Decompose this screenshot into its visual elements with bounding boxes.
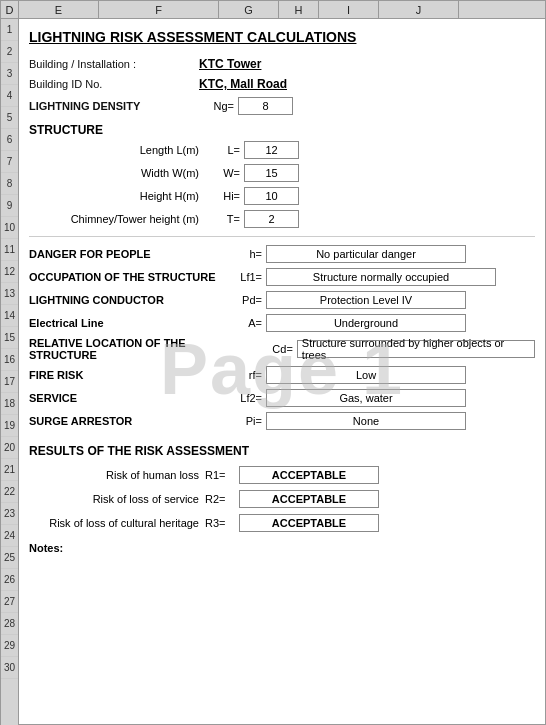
param-var-4: Cd=: [255, 343, 293, 355]
col-header-e: E: [19, 1, 99, 18]
row-num: 30: [1, 657, 18, 679]
col-header-row: D E F G H I J: [1, 1, 545, 19]
param-label-5: FIRE RISK: [29, 369, 224, 381]
param-label-7: SURGE ARRESTOR: [29, 415, 224, 427]
row-num: 25: [1, 547, 18, 569]
col-header-f: F: [99, 1, 219, 18]
param-input-3[interactable]: Underground: [266, 314, 466, 332]
result-row-2: Risk of loss of cultural heritageR3=ACCE…: [29, 514, 535, 532]
lightning-density-label: LIGHTNING DENSITY: [29, 100, 199, 112]
param-label-6: SERVICE: [29, 392, 224, 404]
param-var-1: Lf1=: [224, 271, 262, 283]
param-var-0: h=: [224, 248, 262, 260]
page-title: LIGHTNING RISK ASSESSMENT CALCULATIONS: [29, 29, 535, 45]
row-num: 29: [1, 635, 18, 657]
param-input-1[interactable]: Structure normally occupied: [266, 268, 496, 286]
row-num: 15: [1, 327, 18, 349]
chimney-input[interactable]: 2: [244, 210, 299, 228]
building-value: KTC Tower: [199, 57, 261, 71]
params-container: DANGER FOR PEOPLEh=No particular dangerO…: [29, 245, 535, 430]
param-label-4: RELATIVE LOCATION OF THE STRUCTURE: [29, 337, 255, 361]
result-row-0: Risk of human lossR1=ACCEPTABLE: [29, 466, 535, 484]
height-input[interactable]: 10: [244, 187, 299, 205]
length-var: L=: [205, 144, 240, 156]
row-num: 4: [1, 85, 18, 107]
param-row-5: FIRE RISKrf=Low: [29, 366, 535, 384]
col-header-h: H: [279, 1, 319, 18]
param-input-0[interactable]: No particular danger: [266, 245, 466, 263]
param-var-7: Pi=: [224, 415, 262, 427]
building-id-value: KTC, Mall Road: [199, 77, 287, 91]
param-input-2[interactable]: Protection Level IV: [266, 291, 466, 309]
row-num: 5: [1, 107, 18, 129]
param-label-2: LIGHTNING CONDUCTOR: [29, 294, 224, 306]
results-section: RESULTS OF THE RISK ASSESSMENT Risk of h…: [29, 444, 535, 532]
row-num: 13: [1, 283, 18, 305]
param-input-7[interactable]: None: [266, 412, 466, 430]
param-label-1: OCCUPATION OF THE STRUCTURE: [29, 271, 224, 283]
param-label-0: DANGER FOR PEOPLE: [29, 248, 224, 260]
height-row: Height H(m) Hi= 10: [29, 187, 535, 205]
result-row-1: Risk of loss of serviceR2=ACCEPTABLE: [29, 490, 535, 508]
length-input[interactable]: 12: [244, 141, 299, 159]
row-num: 23: [1, 503, 18, 525]
row-num: 11: [1, 239, 18, 261]
row-num: 1: [1, 19, 18, 41]
structure-title: STRUCTURE: [29, 123, 535, 137]
chimney-var: T=: [205, 213, 240, 225]
row-num: 12: [1, 261, 18, 283]
results-title: RESULTS OF THE RISK ASSESSMENT: [29, 444, 535, 458]
row-num: 19: [1, 415, 18, 437]
param-row-1: OCCUPATION OF THE STRUCTURELf1=Structure…: [29, 268, 535, 286]
main-content: Page 1 LIGHTNING RISK ASSESSMENT CALCULA…: [19, 19, 545, 725]
width-label: Width W(m): [69, 167, 199, 179]
divider-1: [29, 236, 535, 237]
building-row: Building / Installation : KTC Tower: [29, 57, 535, 71]
col-header-j: J: [379, 1, 459, 18]
chimney-label: Chimney/Tower height (m): [69, 213, 199, 225]
width-input[interactable]: 15: [244, 164, 299, 182]
param-row-3: Electrical LineA=Underground: [29, 314, 535, 332]
ng-input[interactable]: 8: [238, 97, 293, 115]
param-var-5: rf=: [224, 369, 262, 381]
result-var-0: R1=: [205, 469, 235, 481]
param-row-0: DANGER FOR PEOPLEh=No particular danger: [29, 245, 535, 263]
row-num: 17: [1, 371, 18, 393]
result-label-1: Risk of loss of service: [29, 493, 199, 505]
width-row: Width W(m) W= 15: [29, 164, 535, 182]
height-var: Hi=: [205, 190, 240, 202]
row-num: 27: [1, 591, 18, 613]
row-num: 6: [1, 129, 18, 151]
row-num: 26: [1, 569, 18, 591]
row-num: 9: [1, 195, 18, 217]
results-container: Risk of human lossR1=ACCEPTABLERisk of l…: [29, 466, 535, 532]
param-var-6: Lf2=: [224, 392, 262, 404]
param-label-3: Electrical Line: [29, 317, 224, 329]
row-num: 10: [1, 217, 18, 239]
result-label-0: Risk of human loss: [29, 469, 199, 481]
building-label: Building / Installation :: [29, 58, 199, 70]
spreadsheet: D E F G H I J 1 2 3 4 5 6 7 8 9 10 11 12…: [0, 0, 546, 725]
notes-row: Notes:: [29, 542, 535, 554]
row-num: 24: [1, 525, 18, 547]
param-row-6: SERVICELf2=Gas, water: [29, 389, 535, 407]
row-num: 28: [1, 613, 18, 635]
ng-var: Ng=: [199, 100, 234, 112]
result-value-1[interactable]: ACCEPTABLE: [239, 490, 379, 508]
param-row-4: RELATIVE LOCATION OF THE STRUCTURECd=Str…: [29, 337, 535, 361]
col-header-d: D: [1, 1, 19, 18]
param-input-5[interactable]: Low: [266, 366, 466, 384]
param-input-4[interactable]: Structure surrounded by higher objects o…: [297, 340, 535, 358]
row-num: 21: [1, 459, 18, 481]
building-id-row: Building ID No. KTC, Mall Road: [29, 77, 535, 91]
lightning-density-row: LIGHTNING DENSITY Ng= 8: [29, 97, 535, 115]
result-value-0[interactable]: ACCEPTABLE: [239, 466, 379, 484]
height-label: Height H(m): [69, 190, 199, 202]
building-id-label: Building ID No.: [29, 78, 199, 90]
width-var: W=: [205, 167, 240, 179]
result-var-1: R2=: [205, 493, 235, 505]
result-value-2[interactable]: ACCEPTABLE: [239, 514, 379, 532]
param-input-6[interactable]: Gas, water: [266, 389, 466, 407]
param-row-2: LIGHTNING CONDUCTORPd=Protection Level I…: [29, 291, 535, 309]
param-var-3: A=: [224, 317, 262, 329]
